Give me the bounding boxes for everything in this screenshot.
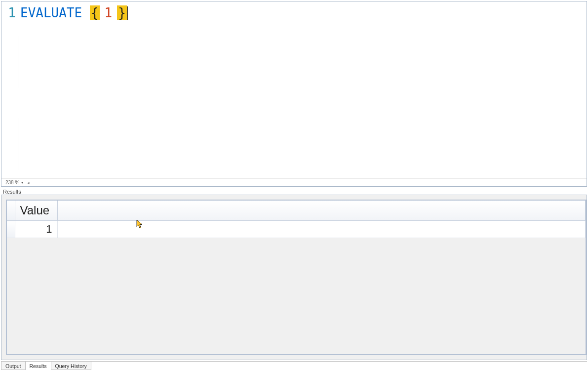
tab-query-history[interactable]: Query History <box>51 362 91 370</box>
code-editor[interactable]: 1 EVALUATE {1} <box>1 1 587 178</box>
cell-value[interactable]: 1 <box>15 221 57 238</box>
editor-pane: 1 EVALUATE {1} 238 % ▾ ◂ <box>1 1 587 187</box>
chevron-down-icon[interactable]: ▾ <box>21 180 23 185</box>
row-selector[interactable] <box>7 221 15 238</box>
table-row[interactable]: 1 <box>7 221 586 238</box>
text-caret <box>127 6 128 20</box>
results-pane: Value 1 <box>1 195 587 360</box>
line-gutter: 1 <box>1 1 18 178</box>
column-header-empty <box>57 201 586 221</box>
column-header-value[interactable]: Value <box>15 201 57 221</box>
token-keyword: EVALUATE <box>20 5 82 20</box>
zoom-level[interactable]: 238 % <box>5 180 19 185</box>
scroll-left-icon[interactable]: ◂ <box>27 180 30 185</box>
tab-results[interactable]: Results <box>26 362 51 370</box>
code-text[interactable]: EVALUATE {1} <box>18 1 587 178</box>
bottom-tab-strip: Output Results Query History <box>1 361 587 370</box>
token-number: 1 <box>100 5 118 20</box>
token-brace-open: { <box>90 5 100 20</box>
line-number: 1 <box>1 5 16 20</box>
results-panel-title: Results <box>0 188 588 195</box>
results-table: Value 1 <box>7 201 586 238</box>
cell-empty <box>57 221 586 238</box>
token-brace-close: } <box>117 5 127 20</box>
table-header-row: Value <box>7 201 586 221</box>
results-grid[interactable]: Value 1 <box>6 200 587 355</box>
tab-output[interactable]: Output <box>1 362 26 370</box>
row-selector-header[interactable] <box>7 201 15 221</box>
zoom-bar: 238 % ▾ ◂ <box>1 178 587 186</box>
